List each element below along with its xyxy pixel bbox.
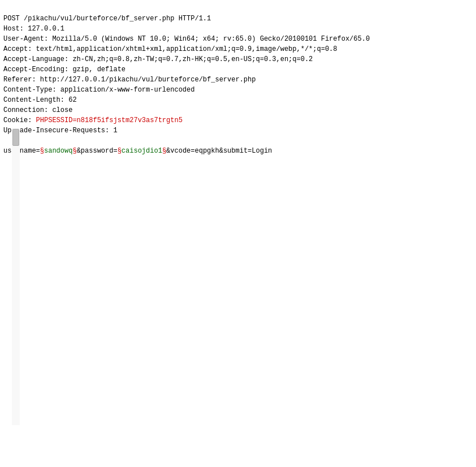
main-content: ? Payload Positions Configure the positi…	[2, 52, 474, 465]
scroll-thumb-area	[12, 128, 20, 425]
line-12: Upgrade-Insecure-Requests: 1	[11, 127, 118, 135]
param1-marker-close: §	[72, 147, 76, 155]
line-11: Cookie: PHPSESSID=n818f5ifsjstm27v3as7tr…	[11, 119, 183, 124]
editor-display[interactable]: POST /pikachu/vul/burteforce/bf_server.p…	[11, 119, 425, 434]
scroll-thumb[interactable]	[12, 129, 19, 146]
scrollbar[interactable]: ▲ ▼	[11, 120, 19, 433]
param2-marker-open: §	[118, 147, 122, 155]
cookie-value: PHPSESSID=n818f5ifsjstm27v3as7trgtn5	[36, 119, 183, 124]
editor-area: POST /pikachu/vul/burteforce/bf_server.p…	[11, 119, 465, 434]
param2-value: caisojdio1	[122, 147, 162, 155]
editor-container: POST /pikachu/vul/burteforce/bf_server.p…	[11, 119, 425, 434]
line-body: username=§sandowq§&password=§caisojdio1§…	[11, 147, 272, 155]
param2-marker-close: §	[162, 147, 166, 155]
param1-value: sandowq	[44, 147, 72, 155]
param1-marker-open: §	[40, 147, 44, 155]
